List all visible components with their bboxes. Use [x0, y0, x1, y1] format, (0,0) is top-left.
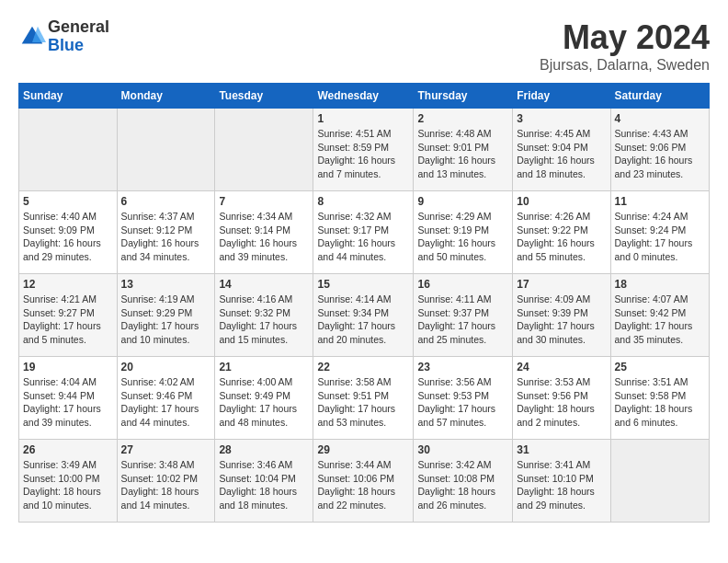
calendar-cell: 13Sunrise: 4:19 AM Sunset: 9:29 PM Dayli… [117, 274, 215, 357]
day-number: 4 [615, 112, 705, 125]
day-number: 30 [417, 443, 508, 456]
header-day-monday: Monday [117, 84, 215, 109]
calendar-cell: 20Sunrise: 4:02 AM Sunset: 9:46 PM Dayli… [117, 357, 215, 440]
day-number: 14 [219, 278, 309, 291]
day-number: 18 [615, 278, 705, 291]
header-day-friday: Friday [513, 84, 610, 109]
day-number: 26 [23, 443, 113, 456]
day-info: Sunrise: 4:07 AM Sunset: 9:42 PM Dayligh… [615, 293, 705, 347]
week-row-3: 12Sunrise: 4:21 AM Sunset: 9:27 PM Dayli… [19, 274, 710, 357]
day-number: 16 [417, 278, 508, 291]
calendar-cell: 26Sunrise: 3:49 AM Sunset: 10:00 PM Dayl… [19, 440, 118, 523]
day-info: Sunrise: 3:48 AM Sunset: 10:02 PM Daylig… [121, 458, 211, 512]
week-row-2: 5Sunrise: 4:40 AM Sunset: 9:09 PM Daylig… [19, 191, 710, 274]
day-number: 27 [121, 443, 211, 456]
calendar-cell: 16Sunrise: 4:11 AM Sunset: 9:37 PM Dayli… [414, 274, 513, 357]
day-number: 17 [517, 278, 606, 291]
calendar-cell: 27Sunrise: 3:48 AM Sunset: 10:02 PM Dayl… [117, 440, 215, 523]
day-info: Sunrise: 3:51 AM Sunset: 9:58 PM Dayligh… [615, 375, 705, 430]
calendar-cell: 30Sunrise: 3:42 AM Sunset: 10:08 PM Dayl… [414, 440, 513, 523]
day-number: 7 [219, 195, 309, 208]
day-number: 20 [121, 361, 211, 373]
calendar-cell: 12Sunrise: 4:21 AM Sunset: 9:27 PM Dayli… [19, 274, 118, 357]
day-number: 21 [219, 361, 309, 373]
calendar-cell: 1Sunrise: 4:51 AM Sunset: 8:59 PM Daylig… [313, 109, 414, 191]
day-number: 25 [615, 361, 705, 373]
day-info: Sunrise: 4:26 AM Sunset: 9:22 PM Dayligh… [517, 210, 606, 264]
day-info: Sunrise: 4:11 AM Sunset: 9:37 PM Dayligh… [417, 293, 508, 347]
calendar-cell: 10Sunrise: 4:26 AM Sunset: 9:22 PM Dayli… [513, 191, 610, 274]
day-info: Sunrise: 4:14 AM Sunset: 9:34 PM Dayligh… [317, 293, 409, 347]
day-info: Sunrise: 4:04 AM Sunset: 9:44 PM Dayligh… [23, 375, 113, 430]
calendar-header: SundayMondayTuesdayWednesdayThursdayFrid… [19, 84, 710, 109]
day-number: 2 [417, 112, 508, 125]
calendar-cell: 21Sunrise: 4:00 AM Sunset: 9:49 PM Dayli… [215, 357, 313, 440]
day-number: 24 [517, 361, 606, 373]
day-number: 23 [417, 361, 508, 373]
day-number: 6 [121, 195, 211, 208]
day-number: 11 [615, 195, 705, 208]
day-info: Sunrise: 4:32 AM Sunset: 9:17 PM Dayligh… [317, 210, 409, 264]
title-section: May 2024 Bjursas, Dalarna, Sweden [540, 18, 710, 74]
header-day-tuesday: Tuesday [215, 84, 313, 109]
day-info: Sunrise: 3:53 AM Sunset: 9:56 PM Dayligh… [517, 375, 606, 430]
calendar-cell: 18Sunrise: 4:07 AM Sunset: 9:42 PM Dayli… [610, 274, 709, 357]
calendar-cell: 8Sunrise: 4:32 AM Sunset: 9:17 PM Daylig… [313, 191, 414, 274]
header-day-thursday: Thursday [414, 84, 513, 109]
day-info: Sunrise: 4:16 AM Sunset: 9:32 PM Dayligh… [219, 293, 309, 347]
day-number: 8 [317, 195, 409, 208]
day-number: 5 [23, 195, 113, 208]
week-row-5: 26Sunrise: 3:49 AM Sunset: 10:00 PM Dayl… [19, 440, 710, 523]
calendar-cell: 15Sunrise: 4:14 AM Sunset: 9:34 PM Dayli… [313, 274, 414, 357]
calendar-cell: 14Sunrise: 4:16 AM Sunset: 9:32 PM Dayli… [215, 274, 313, 357]
week-row-1: 1Sunrise: 4:51 AM Sunset: 8:59 PM Daylig… [19, 109, 710, 191]
logo-general: General [48, 18, 109, 37]
day-info: Sunrise: 4:34 AM Sunset: 9:14 PM Dayligh… [219, 210, 309, 264]
day-info: Sunrise: 4:02 AM Sunset: 9:46 PM Dayligh… [121, 375, 211, 430]
calendar-cell: 2Sunrise: 4:48 AM Sunset: 9:01 PM Daylig… [414, 109, 513, 191]
calendar-cell: 29Sunrise: 3:44 AM Sunset: 10:06 PM Dayl… [313, 440, 414, 523]
calendar-cell: 6Sunrise: 4:37 AM Sunset: 9:12 PM Daylig… [117, 191, 215, 274]
calendar-cell: 23Sunrise: 3:56 AM Sunset: 9:53 PM Dayli… [414, 357, 513, 440]
day-info: Sunrise: 3:41 AM Sunset: 10:10 PM Daylig… [517, 458, 606, 512]
calendar-body: 1Sunrise: 4:51 AM Sunset: 8:59 PM Daylig… [19, 109, 710, 523]
day-number: 3 [517, 112, 606, 125]
calendar-cell: 9Sunrise: 4:29 AM Sunset: 9:19 PM Daylig… [414, 191, 513, 274]
calendar-cell: 24Sunrise: 3:53 AM Sunset: 9:56 PM Dayli… [513, 357, 610, 440]
page-header: General Blue May 2024 Bjursas, Dalarna, … [18, 18, 710, 74]
day-info: Sunrise: 4:21 AM Sunset: 9:27 PM Dayligh… [23, 293, 113, 347]
day-number: 9 [417, 195, 508, 208]
calendar-cell: 31Sunrise: 3:41 AM Sunset: 10:10 PM Dayl… [513, 440, 610, 523]
calendar-cell: 7Sunrise: 4:34 AM Sunset: 9:14 PM Daylig… [215, 191, 313, 274]
day-number: 31 [517, 443, 606, 456]
day-info: Sunrise: 3:56 AM Sunset: 9:53 PM Dayligh… [417, 375, 508, 430]
calendar-cell: 28Sunrise: 3:46 AM Sunset: 10:04 PM Dayl… [215, 440, 313, 523]
calendar-cell: 4Sunrise: 4:43 AM Sunset: 9:06 PM Daylig… [610, 109, 709, 191]
day-info: Sunrise: 3:58 AM Sunset: 9:51 PM Dayligh… [317, 375, 409, 430]
day-number: 29 [317, 443, 409, 456]
calendar-cell: 17Sunrise: 4:09 AM Sunset: 9:39 PM Dayli… [513, 274, 610, 357]
header-day-saturday: Saturday [610, 84, 709, 109]
day-number: 28 [219, 443, 309, 456]
location-subtitle: Bjursas, Dalarna, Sweden [540, 57, 710, 74]
calendar-cell [610, 440, 709, 523]
calendar-cell [19, 109, 118, 191]
day-number: 22 [317, 361, 409, 373]
day-number: 1 [317, 112, 409, 125]
logo-icon [18, 23, 46, 51]
calendar-cell: 25Sunrise: 3:51 AM Sunset: 9:58 PM Dayli… [610, 357, 709, 440]
calendar-table: SundayMondayTuesdayWednesdayThursdayFrid… [18, 83, 710, 523]
day-number: 10 [517, 195, 606, 208]
day-info: Sunrise: 4:51 AM Sunset: 8:59 PM Dayligh… [317, 127, 409, 181]
day-info: Sunrise: 4:43 AM Sunset: 9:06 PM Dayligh… [615, 127, 705, 181]
day-number: 13 [121, 278, 211, 291]
day-number: 15 [317, 278, 409, 291]
day-info: Sunrise: 3:49 AM Sunset: 10:00 PM Daylig… [23, 458, 113, 512]
calendar-cell [215, 109, 313, 191]
header-row: SundayMondayTuesdayWednesdayThursdayFrid… [19, 84, 710, 109]
day-info: Sunrise: 4:09 AM Sunset: 9:39 PM Dayligh… [517, 293, 606, 347]
week-row-4: 19Sunrise: 4:04 AM Sunset: 9:44 PM Dayli… [19, 357, 710, 440]
calendar-cell: 22Sunrise: 3:58 AM Sunset: 9:51 PM Dayli… [313, 357, 414, 440]
calendar-cell: 19Sunrise: 4:04 AM Sunset: 9:44 PM Dayli… [19, 357, 118, 440]
day-info: Sunrise: 4:00 AM Sunset: 9:49 PM Dayligh… [219, 375, 309, 430]
